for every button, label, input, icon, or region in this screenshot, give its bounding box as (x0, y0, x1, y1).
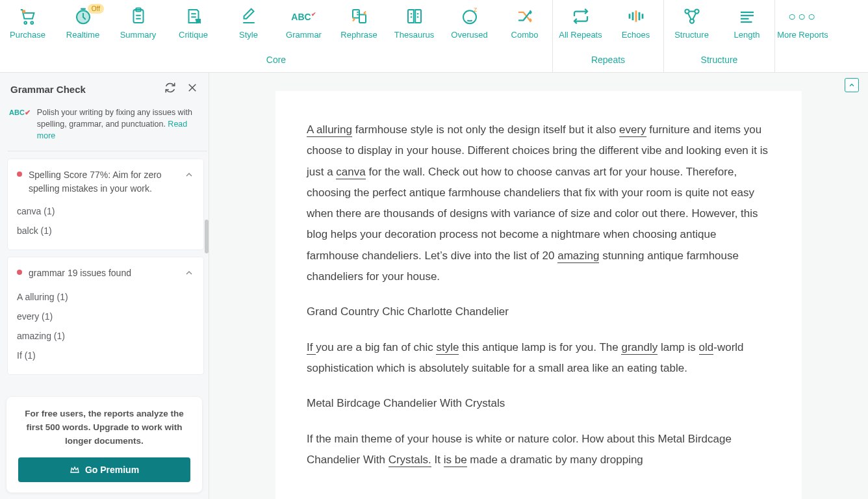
tool-label: Summary (120, 30, 157, 40)
paragraph[interactable]: If the main theme of your house is white… (307, 429, 771, 471)
more-icon: ○○○ (788, 6, 817, 26)
card-header[interactable]: Spelling Score 77%: Aim for zero spellin… (17, 168, 194, 195)
issue-highlight[interactable]: grandly (621, 341, 657, 355)
tool-summary[interactable]: Summary (110, 6, 166, 51)
toolbar-group-core: PurchaseRealtimeOffSummaryCritiqueStyleA… (0, 0, 552, 73)
tool-label: Purchase (10, 30, 45, 40)
group-label: Core (0, 51, 552, 69)
severity-dot (17, 270, 22, 275)
tool-grammar[interactable]: ABC✔Grammar (276, 6, 331, 51)
severity-dot (17, 172, 22, 177)
tool-allrepeats[interactable]: All Repeats (553, 6, 608, 51)
premium-message: For free users, the reports analyze the … (18, 407, 190, 448)
issue-highlight[interactable]: old (699, 341, 714, 355)
tool-structure[interactable]: Structure (664, 6, 719, 51)
style-icon (239, 6, 259, 26)
tool-label: Grammar (286, 30, 322, 40)
tool-more[interactable]: ○○○More Reports (775, 6, 830, 51)
overused-icon: z (460, 6, 479, 26)
svg-point-0 (24, 21, 27, 24)
tool-combo[interactable]: Combo (497, 6, 552, 51)
heading[interactable]: Metal Birdcage Chandelier With Crystals (307, 393, 771, 414)
tool-label: More Reports (777, 30, 828, 40)
structure-icon (682, 6, 702, 26)
premium-card: For free users, the reports analyze the … (6, 397, 202, 493)
card-header[interactable]: grammar 19 issues found (17, 266, 194, 281)
tool-label: Rephrase (340, 30, 377, 40)
card-title: grammar 19 issues found (29, 266, 184, 279)
issue-highlight[interactable]: amazing (557, 250, 599, 263)
allrepeats-icon (571, 6, 591, 26)
issue-card: Spelling Score 77%: Aim for zero spellin… (8, 159, 203, 250)
tool-label: Overused (451, 30, 487, 40)
tool-label: Echoes (622, 30, 650, 40)
issue-card: grammar 19 issues foundA alluring (1)eve… (8, 257, 203, 374)
issue-highlight[interactable]: canva (336, 166, 365, 179)
issue-item[interactable]: A alluring (1) (17, 287, 194, 307)
tool-rephrase[interactable]: Rephrase (331, 6, 387, 51)
panel-body: ABC✔ Polish your writing by fixing any i… (0, 103, 209, 390)
svg-point-2 (22, 10, 25, 13)
tool-purchase[interactable]: Purchase (0, 6, 55, 51)
tool-critique[interactable]: Critique (166, 6, 221, 51)
crown-icon (70, 465, 80, 475)
refresh-icon[interactable] (164, 82, 176, 96)
grammar-icon: ABC✔ (291, 6, 316, 26)
combo-icon (515, 6, 535, 26)
tool-label: Style (239, 30, 258, 40)
chevron-up-icon (184, 170, 194, 183)
toolbar-group-structure: StructureLengthStructure (663, 0, 774, 73)
document[interactable]: A alluring farmhouse style is not only t… (275, 91, 802, 499)
tool-length[interactable]: Length (719, 6, 774, 51)
issue-highlight[interactable]: If (307, 341, 316, 355)
svg-rect-6 (353, 10, 359, 18)
svg-text:z: z (474, 6, 477, 13)
grammar-abc-icon: ABC✔ (9, 108, 31, 142)
tool-overused[interactable]: zOverused (442, 6, 497, 51)
tool-label: Critique (179, 30, 208, 40)
go-premium-button[interactable]: Go Premium (18, 457, 190, 482)
issue-highlight[interactable]: A alluring (307, 123, 352, 137)
paragraph[interactable]: A alluring farmhouse style is not only t… (307, 120, 771, 287)
paragraph[interactable]: If you are a big fan of chic style this … (307, 337, 771, 379)
tool-label: Thesaurus (394, 30, 434, 40)
tool-label: Combo (511, 30, 539, 40)
toolbar-group-more: ○○○More Reports (774, 0, 830, 73)
svg-point-1 (31, 21, 33, 24)
tool-echoes[interactable]: Echoes (608, 6, 663, 51)
issue-item[interactable]: every (1) (17, 307, 194, 326)
close-icon[interactable] (186, 82, 198, 96)
purchase-icon (18, 6, 38, 26)
group-label: Structure (664, 51, 774, 69)
echoes-icon (626, 6, 646, 26)
toolbar: PurchaseRealtimeOffSummaryCritiqueStyleA… (0, 0, 868, 73)
main: Grammar Check ABC✔ Polish your writing b… (0, 73, 868, 499)
group-label (775, 51, 830, 69)
issue-item[interactable]: canva (1) (17, 201, 194, 221)
heading[interactable]: Grand Country Chic Charlotte Chandelier (307, 301, 771, 322)
thesaurus-icon (405, 6, 424, 26)
tool-realtime[interactable]: RealtimeOff (55, 6, 110, 51)
issue-highlight[interactable]: Crystals. (389, 454, 431, 467)
scrollbar-thumb[interactable] (205, 220, 209, 253)
issue-item[interactable]: If (1) (17, 346, 194, 365)
critique-icon (184, 6, 203, 26)
tool-label: Length (734, 30, 760, 40)
group-label: Repeats (553, 51, 663, 69)
tool-label: Realtime (66, 30, 99, 40)
issue-item[interactable]: balck (1) (17, 221, 194, 240)
issue-highlight[interactable]: is be (444, 454, 467, 467)
card-title: Spelling Score 77%: Aim for zero spellin… (29, 168, 184, 195)
rephrase-icon (350, 6, 369, 26)
summary-icon (129, 6, 148, 26)
tool-style[interactable]: Style (221, 6, 276, 51)
collapse-toggle[interactable] (845, 78, 859, 92)
issue-item[interactable]: amazing (1) (17, 326, 194, 346)
tool-thesaurus[interactable]: Thesaurus (387, 6, 442, 51)
issue-highlight[interactable]: style (436, 341, 459, 355)
editor-area: A alluring farmhouse style is not only t… (209, 73, 868, 499)
svg-rect-7 (359, 15, 366, 23)
panel-header: Grammar Check (0, 73, 209, 103)
issue-highlight[interactable]: every (619, 123, 646, 137)
premium-button-label: Go Premium (85, 465, 139, 475)
